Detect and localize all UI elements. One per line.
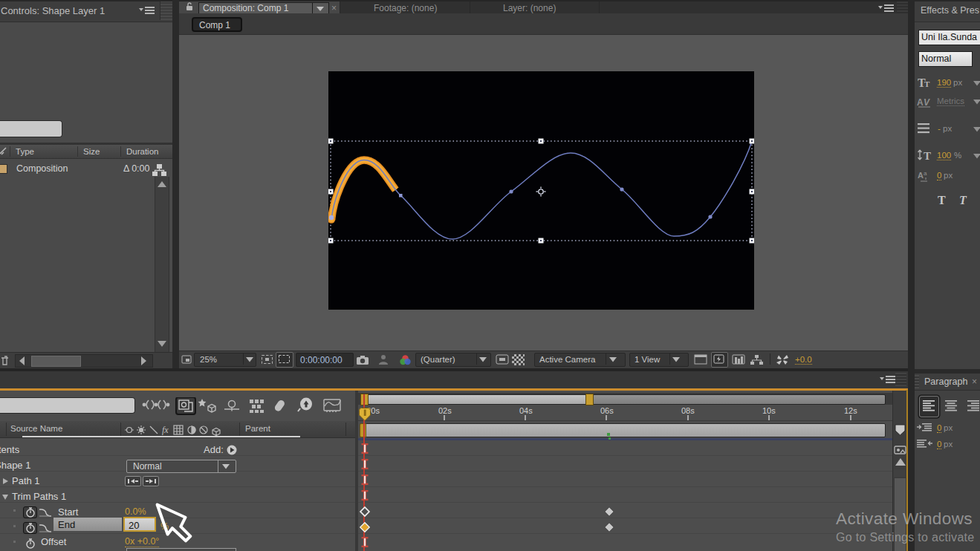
svg-text:A: A [917, 97, 924, 108]
svg-text:T: T [924, 79, 930, 88]
svg-text:T: T [924, 150, 931, 162]
svg-text:a: a [924, 170, 927, 177]
svg-text:A: A [918, 171, 924, 180]
svg-text:V: V [924, 97, 930, 108]
svg-text:fx: fx [162, 425, 169, 435]
